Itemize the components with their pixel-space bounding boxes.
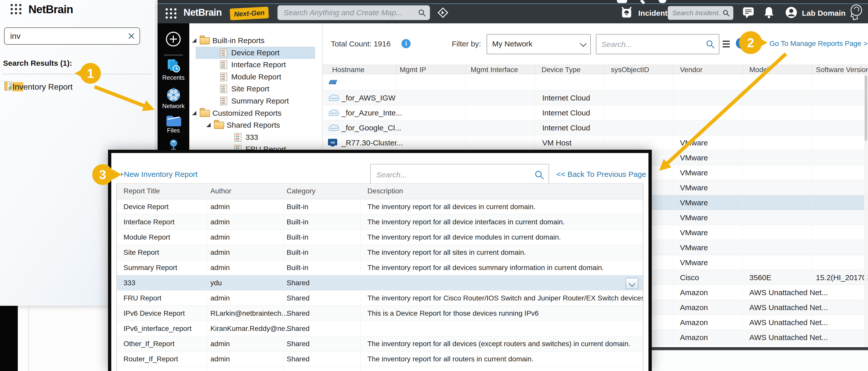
cell-description: The inventory report for all device inte… xyxy=(367,214,565,229)
dialog-row-module-report[interactable]: Module ReportadminBuilt-inThe inventory … xyxy=(116,230,643,245)
cell-category: Shared xyxy=(287,275,309,290)
cell-category: Built-in xyxy=(287,245,308,260)
dialog-row-ipv6-interface-report[interactable]: IPv6_interface_reportKiranKumar.Reddy@ne… xyxy=(116,321,643,336)
cell-title: Router_If_Report xyxy=(123,351,178,366)
dialog-table-border xyxy=(643,183,643,371)
cell-category: Built-in xyxy=(287,230,308,245)
cell-title: FRU Report xyxy=(123,291,161,306)
dialog-search-input[interactable] xyxy=(376,169,524,181)
cell-description: The inventory report for Cisco Router/IO… xyxy=(367,291,643,306)
dialog-row-ipv6-device-report[interactable]: IPv6 Device ReportRLarkin@netbraintech..… xyxy=(116,306,643,321)
cell-category: Built-in xyxy=(287,260,308,275)
cell-category: Built-in xyxy=(287,214,308,229)
cell-category: Shared xyxy=(287,351,309,366)
cell-description: This is a Device Report for those device… xyxy=(367,306,539,321)
cell-description: The inventory report for all devices in … xyxy=(367,199,535,214)
dialog-row-router-if-report[interactable]: Router_If_ReportadminSharedThe inventory… xyxy=(116,351,643,367)
cell-author: admin xyxy=(210,260,230,275)
cell-title: IPv6_interface_report xyxy=(123,321,192,336)
dialog-table-header: Report TitleAuthorCategoryDescription xyxy=(116,183,643,199)
dialog-row-site-report[interactable]: Site ReportadminBuilt-inThe inventory re… xyxy=(116,245,643,260)
cell-author: admin xyxy=(210,230,230,245)
cell-title: Device Report xyxy=(123,199,168,214)
cell-description: The inventory report for all routers in … xyxy=(367,351,534,366)
new-inventory-report-link[interactable]: +New Inventory Report xyxy=(119,170,198,179)
cell-title: 333 xyxy=(123,275,135,290)
dialog-column-divider xyxy=(360,199,361,371)
screen: NetBrain Next-Gen Incident Lab Domain xyxy=(0,0,868,371)
dialog-column-category[interactable]: Category xyxy=(287,187,316,195)
row-dropdown-button[interactable] xyxy=(626,278,638,289)
cell-title: Site Report xyxy=(123,245,159,260)
dialog-row-interface-report[interactable]: Interface ReportadminBuilt-inThe invento… xyxy=(116,214,643,230)
cell-category: Shared xyxy=(287,321,309,336)
cell-author: admin xyxy=(210,245,230,260)
cell-author: admin xyxy=(210,214,230,229)
cell-description: The inventory report for all devices sum… xyxy=(367,260,604,275)
cell-author: admin xyxy=(210,291,230,306)
dialog-row-summary-report[interactable]: Summary ReportadminBuilt-inThe inventory… xyxy=(116,260,643,275)
search-icon[interactable] xyxy=(534,170,545,180)
cell-title: Other_If_Report xyxy=(123,336,175,351)
cell-author: admin xyxy=(210,199,230,214)
cell-title: Module Report xyxy=(123,230,170,245)
cell-author: ydu xyxy=(210,275,222,290)
cell-description: The inventory report for all sites in cu… xyxy=(367,245,526,260)
dialog-column-divider xyxy=(208,199,208,371)
dialog-column-author[interactable]: Author xyxy=(210,187,231,195)
cell-description: The inventory report for all device modu… xyxy=(367,230,561,245)
dialog-row-other-if-report[interactable]: Other_If_ReportadminSharedThe inventory … xyxy=(116,336,643,351)
chevron-down-icon xyxy=(629,280,636,287)
cell-title: Summary Report xyxy=(123,260,177,275)
dialog-row-333[interactable]: 333yduShared xyxy=(116,275,643,291)
cell-category: Built-in xyxy=(287,199,308,214)
cell-author: admin xyxy=(210,336,230,351)
dialog-column-description[interactable]: Description xyxy=(367,187,403,195)
cell-title: IPv6 Device Report xyxy=(123,306,185,321)
dialog-row-fru-report[interactable]: FRU ReportadminSharedThe inventory repor… xyxy=(116,291,643,306)
cell-category: Shared xyxy=(287,306,309,321)
cell-author: RLarkin@netbraintech.... xyxy=(210,306,289,321)
dialog-search[interactable] xyxy=(370,164,549,185)
cell-description: The inventory report for all devices (ex… xyxy=(367,336,630,351)
dialog-column-divider xyxy=(284,199,284,371)
cell-title: Interface Report xyxy=(123,214,175,229)
dialog-table-border xyxy=(116,183,117,371)
back-to-previous-link[interactable]: << Back To Previous Page xyxy=(556,170,646,179)
cell-category: Shared xyxy=(287,336,309,351)
cell-category: Shared xyxy=(287,291,309,306)
dialog-column-report-title[interactable]: Report Title xyxy=(123,187,160,195)
cell-author: KiranKumar.Reddy@ne... xyxy=(210,321,291,336)
cell-author: admin xyxy=(210,351,230,366)
dialog-row-device-report[interactable]: Device ReportadminBuilt-inThe inventory … xyxy=(116,199,643,214)
